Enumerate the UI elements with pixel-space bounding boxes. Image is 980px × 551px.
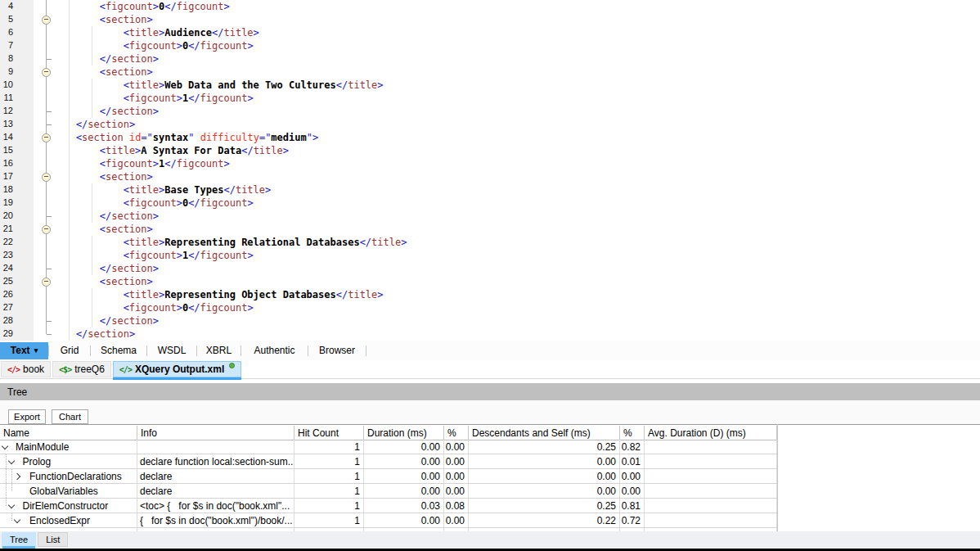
fold-collapse-icon[interactable] bbox=[42, 16, 51, 25]
code-text[interactable]: <figcount>1</figcount> bbox=[124, 249, 254, 262]
code-text[interactable]: </section> bbox=[100, 210, 159, 223]
xquery-green-icon: <$> bbox=[59, 365, 71, 374]
table-row[interactable]: DirElemConstructor<toc> { for $s in doc(… bbox=[0, 499, 777, 513]
cell-descendants: 0.00 bbox=[469, 469, 620, 483]
column-header-[interactable]: % bbox=[620, 426, 645, 440]
code-text[interactable]: <title>Representing Object Databases</ti… bbox=[124, 288, 384, 301]
file-tab-xquery-output-xml[interactable]: </>XQuery Output.xml bbox=[113, 361, 241, 377]
file-tab-label: book bbox=[23, 364, 44, 375]
view-tab-label: Grid bbox=[61, 345, 79, 356]
fold-collapse-icon[interactable] bbox=[42, 278, 51, 287]
table-row[interactable]: MainModule10.000.000.250.82 bbox=[0, 440, 777, 454]
line-number: 26 bbox=[0, 289, 13, 299]
code-text[interactable]: <title>Representing Relational Databases… bbox=[124, 236, 407, 249]
cell-avg-duration bbox=[645, 454, 777, 468]
tab-tree[interactable]: Tree bbox=[2, 532, 36, 547]
indent-guide bbox=[69, 314, 70, 327]
code-text[interactable]: <title>Base Types</title> bbox=[124, 183, 272, 196]
view-tab-xbrl[interactable]: XBRL bbox=[197, 342, 241, 359]
table-row[interactable]: Prologdeclare function local:section-sum… bbox=[0, 454, 777, 469]
column-header-avg-duration-d-ms[interactable]: Avg. Duration (D) (ms) bbox=[645, 426, 777, 440]
cell-avg-duration bbox=[645, 513, 777, 527]
code-line: 4<figcount>0</figcount> bbox=[0, 0, 980, 13]
code-text[interactable]: <section id="syntax" difficulty="medium"… bbox=[76, 131, 318, 144]
chart-button[interactable]: Chart bbox=[52, 409, 88, 424]
indent-guide bbox=[69, 157, 70, 170]
cell-hit-count: 1 bbox=[294, 484, 364, 498]
line-number: 27 bbox=[0, 302, 13, 312]
code-text[interactable]: <title>Audience</title> bbox=[124, 26, 259, 39]
indent-guide bbox=[92, 183, 92, 196]
code-text[interactable]: </section> bbox=[76, 327, 135, 341]
indent-guide bbox=[92, 262, 92, 275]
tab-list[interactable]: List bbox=[38, 532, 68, 547]
indent-guide bbox=[92, 196, 92, 210]
view-tab-label: Text bbox=[11, 345, 30, 356]
indent-guide bbox=[69, 236, 70, 249]
fold-collapse-icon[interactable] bbox=[42, 225, 51, 234]
view-tab-grid[interactable]: Grid bbox=[49, 342, 90, 359]
code-line: 14<section id="syntax" difficulty="mediu… bbox=[0, 131, 980, 144]
cell-name: MainModule bbox=[0, 440, 137, 454]
column-header-info[interactable]: Info bbox=[137, 426, 294, 440]
line-number: 14 bbox=[0, 132, 13, 142]
view-tab-text[interactable]: Text▾ bbox=[0, 342, 48, 359]
code-text[interactable]: </section> bbox=[76, 118, 135, 131]
code-text[interactable]: <section> bbox=[100, 170, 153, 183]
cell-duration-pct: 0.00 bbox=[444, 484, 469, 498]
cell-descendants-pct: 0.81 bbox=[620, 499, 645, 513]
table-row[interactable]: FunctionDeclarationsdeclare10.000.000.00… bbox=[0, 469, 777, 484]
column-header-hit-count[interactable]: Hit Count bbox=[294, 426, 364, 440]
line-number: 19 bbox=[0, 197, 13, 207]
fold-collapse-icon[interactable] bbox=[42, 173, 51, 182]
column-header-duration-ms[interactable]: Duration (ms) bbox=[364, 426, 444, 440]
code-text[interactable]: </section> bbox=[100, 262, 159, 275]
view-tab-label: Browser bbox=[319, 345, 355, 356]
cell-duration: 0.00 bbox=[364, 484, 444, 498]
column-header-[interactable]: % bbox=[444, 426, 469, 440]
view-tab-browser[interactable]: Browser bbox=[308, 342, 366, 359]
indent-guide bbox=[69, 327, 70, 341]
code-text[interactable]: <figcount>1</figcount> bbox=[124, 92, 254, 105]
view-tab-wsdl[interactable]: WSDL bbox=[147, 342, 196, 359]
table-row[interactable]: EnclosedExpr{ for $s in doc("book.xml")/… bbox=[0, 513, 777, 528]
file-tab-label: XQuery Output.xml bbox=[135, 364, 224, 375]
code-text[interactable]: <figcount>0</figcount> bbox=[124, 301, 254, 314]
code-text[interactable]: <section> bbox=[100, 223, 153, 236]
code-text[interactable]: <figcount>1</figcount> bbox=[100, 157, 230, 170]
indent-guide bbox=[69, 144, 70, 157]
file-tab-book[interactable]: </>book bbox=[1, 361, 51, 377]
code-text[interactable]: <figcount>0</figcount> bbox=[124, 196, 254, 210]
line-number: 23 bbox=[0, 250, 13, 260]
indent-guide bbox=[92, 26, 92, 39]
export-button[interactable]: Export bbox=[8, 409, 46, 424]
code-text[interactable]: <section> bbox=[100, 13, 153, 26]
file-tab-treeq6[interactable]: <$>treeQ6 bbox=[52, 361, 111, 377]
view-tab-schema[interactable]: Schema bbox=[91, 342, 146, 359]
cell-hit-count: 1 bbox=[294, 440, 364, 454]
indent-guide bbox=[69, 301, 70, 314]
code-text[interactable]: <section> bbox=[100, 275, 153, 288]
column-header-descendants-and-self-ms[interactable]: Descendants and Self (ms) bbox=[469, 426, 620, 440]
cell-duration: 0.00 bbox=[364, 469, 444, 483]
code-text[interactable]: </section> bbox=[100, 314, 159, 327]
line-number: 18 bbox=[0, 184, 13, 194]
code-text[interactable]: <title>A Syntax For Data</title> bbox=[100, 144, 289, 157]
code-text[interactable]: <figcount>0</figcount> bbox=[100, 0, 230, 13]
code-line: 26<title>Representing Object Databases</… bbox=[0, 288, 980, 301]
view-tab-label: WSDL bbox=[158, 345, 187, 356]
table-row[interactable]: GlobalVariablesdeclare10.000.000.000.00 bbox=[0, 484, 777, 499]
code-text[interactable]: </section> bbox=[100, 52, 159, 65]
column-header-name[interactable]: Name bbox=[0, 426, 137, 440]
view-tab-authentic[interactable]: Authentic bbox=[241, 342, 308, 359]
code-text[interactable]: <title>Web Data and the Two Cultures</ti… bbox=[124, 79, 384, 92]
fold-collapse-icon[interactable] bbox=[42, 133, 51, 142]
fold-collapse-icon[interactable] bbox=[42, 68, 51, 77]
code-text[interactable]: <section> bbox=[100, 65, 153, 79]
cell-info: declare bbox=[137, 469, 294, 483]
code-text[interactable]: </section> bbox=[100, 105, 159, 118]
indent-guide bbox=[92, 52, 92, 65]
code-text[interactable]: <figcount>0</figcount> bbox=[124, 39, 254, 52]
line-number: 11 bbox=[0, 93, 13, 102]
indent-guide bbox=[69, 210, 70, 223]
